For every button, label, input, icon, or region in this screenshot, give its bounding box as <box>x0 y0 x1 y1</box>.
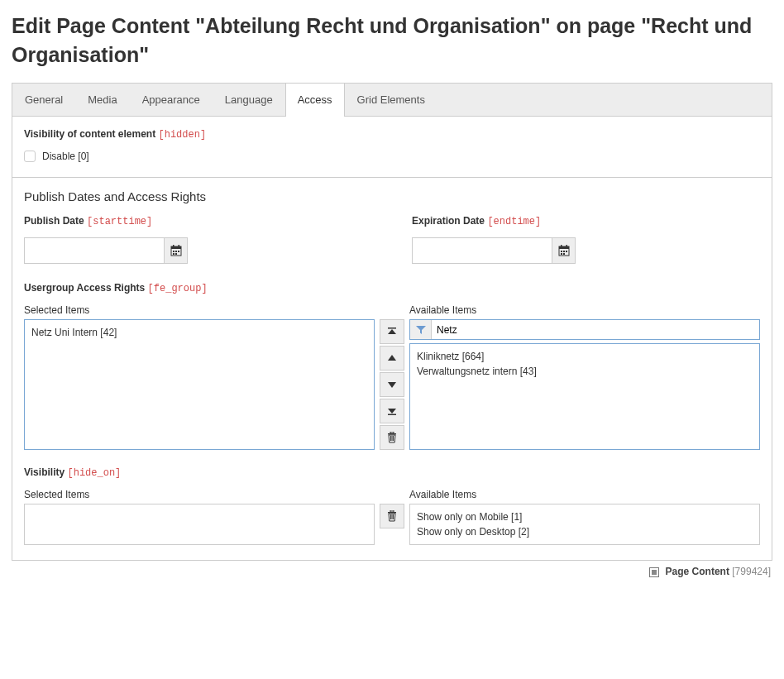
svg-marker-19 <box>388 329 396 334</box>
move-bottom-button[interactable] <box>380 399 404 423</box>
expiration-date-picker-button[interactable] <box>552 237 576 264</box>
tab-appearance[interactable]: Appearance <box>130 84 213 116</box>
svg-rect-17 <box>563 253 565 255</box>
publish-section: Publish Dates and Access Rights Publish … <box>12 177 772 560</box>
usergroup-label: Usergroup Access Rights [fe_group] <box>24 282 760 294</box>
svg-rect-14 <box>563 251 565 252</box>
trash-icon <box>387 432 397 443</box>
content-type-icon <box>649 567 659 577</box>
expiration-date-label: Expiration Date [endtime] <box>412 215 760 227</box>
usergroup-selected-label: Selected Items <box>24 304 375 316</box>
tab-grid-elements[interactable]: Grid Elements <box>345 84 437 116</box>
hideon-label: Visibility [hide_on] <box>24 466 760 479</box>
publish-date-label: Publish Date [starttime] <box>24 215 372 227</box>
move-bottom-icon <box>387 406 397 416</box>
visibility-tech: [hidden] <box>158 129 206 141</box>
trash-icon <box>387 510 397 522</box>
move-up-icon <box>387 353 397 363</box>
svg-rect-28 <box>393 436 394 441</box>
svg-marker-20 <box>388 355 396 361</box>
svg-marker-29 <box>416 326 426 334</box>
svg-rect-13 <box>561 251 562 252</box>
svg-rect-3 <box>178 245 179 247</box>
svg-rect-31 <box>390 510 394 512</box>
calendar-icon <box>170 245 182 256</box>
list-item[interactable]: Netz Uni Intern [42] <box>31 325 367 340</box>
usergroup-available-list[interactable]: Kliniknetz [664] Verwaltungsnetz intern … <box>409 343 760 450</box>
publish-date-tech: [starttime] <box>87 216 152 227</box>
tab-general[interactable]: General <box>12 84 75 116</box>
access-panel: Visibility of content element [hidden] D… <box>12 116 772 561</box>
expiration-date-tech: [endtime] <box>487 216 541 227</box>
expiration-date-input[interactable] <box>412 237 552 264</box>
disable-checkbox-label: Disable [0] <box>42 151 89 162</box>
move-up-button[interactable] <box>380 346 404 371</box>
publish-date-label-text: Publish Date <box>24 215 84 227</box>
hideon-tech: [hide_on] <box>67 467 121 479</box>
svg-rect-4 <box>173 251 174 252</box>
usergroup-available-label: Available Items <box>409 304 760 316</box>
visibility-label: Visibility of content element [hidden] <box>24 128 760 141</box>
svg-rect-10 <box>559 246 569 249</box>
record-uid: [799424] <box>732 566 771 577</box>
svg-rect-15 <box>566 251 567 252</box>
filter-icon-box <box>410 320 432 339</box>
svg-rect-6 <box>178 251 179 252</box>
hideon-available-list[interactable]: Show only on Mobile [1] Show only on Des… <box>409 504 760 545</box>
record-footer: Page Content [799424] <box>12 566 772 577</box>
svg-rect-5 <box>175 251 177 252</box>
publish-date-picker-button[interactable] <box>165 237 188 264</box>
page-title: Edit Page Content "Abteilung Recht und O… <box>12 12 772 69</box>
usergroup-selected-list[interactable]: Netz Uni Intern [42] <box>24 319 375 450</box>
svg-rect-16 <box>561 253 562 255</box>
hideon-remove-button[interactable] <box>380 504 404 528</box>
list-item[interactable]: Show only on Desktop [2] <box>417 524 753 539</box>
move-top-button[interactable] <box>380 319 404 344</box>
svg-rect-7 <box>173 253 174 255</box>
visibility-section: Visibility of content element [hidden] D… <box>12 117 772 177</box>
tab-media[interactable]: Media <box>75 84 129 116</box>
svg-rect-32 <box>390 514 391 519</box>
move-down-icon <box>387 380 397 390</box>
disable-checkbox[interactable] <box>24 151 36 162</box>
move-down-button[interactable] <box>380 372 404 397</box>
tab-bar: General Media Appearance Language Access… <box>12 83 772 116</box>
svg-rect-18 <box>388 328 396 329</box>
svg-rect-25 <box>390 432 394 433</box>
svg-rect-2 <box>173 245 174 247</box>
remove-button[interactable] <box>380 425 404 450</box>
svg-rect-12 <box>566 245 567 247</box>
svg-rect-34 <box>393 514 394 519</box>
list-item[interactable]: Verwaltungsnetz intern [43] <box>417 364 753 379</box>
usergroup-filter <box>409 319 760 340</box>
visibility-label-text: Visibility of content element <box>24 128 155 140</box>
hideon-available-label: Available Items <box>409 489 760 500</box>
record-type: Page Content <box>666 566 729 577</box>
hideon-selected-list[interactable] <box>24 504 375 545</box>
publish-heading: Publish Dates and Access Rights <box>24 189 760 203</box>
svg-marker-21 <box>388 382 396 388</box>
list-item[interactable]: Kliniknetz [664] <box>417 349 753 364</box>
tab-access[interactable]: Access <box>285 84 345 117</box>
svg-marker-22 <box>388 409 396 414</box>
tab-language[interactable]: Language <box>213 84 285 116</box>
filter-icon <box>416 325 426 335</box>
svg-rect-23 <box>388 414 396 416</box>
move-top-icon <box>387 327 397 337</box>
hideon-label-text: Visibility <box>24 466 65 478</box>
svg-rect-1 <box>171 246 181 249</box>
list-item[interactable]: Show only on Mobile [1] <box>417 509 753 524</box>
publish-date-input[interactable] <box>24 237 165 264</box>
svg-rect-8 <box>175 253 177 255</box>
svg-rect-26 <box>390 436 391 441</box>
svg-rect-11 <box>561 245 562 247</box>
usergroup-filter-input[interactable] <box>432 320 759 339</box>
usergroup-tech: [fe_group] <box>148 283 208 294</box>
usergroup-label-text: Usergroup Access Rights <box>24 282 145 294</box>
hideon-selected-label: Selected Items <box>24 489 375 500</box>
svg-rect-27 <box>392 436 393 441</box>
svg-rect-33 <box>392 514 393 519</box>
expiration-date-label-text: Expiration Date <box>412 215 485 227</box>
calendar-icon <box>558 245 570 256</box>
